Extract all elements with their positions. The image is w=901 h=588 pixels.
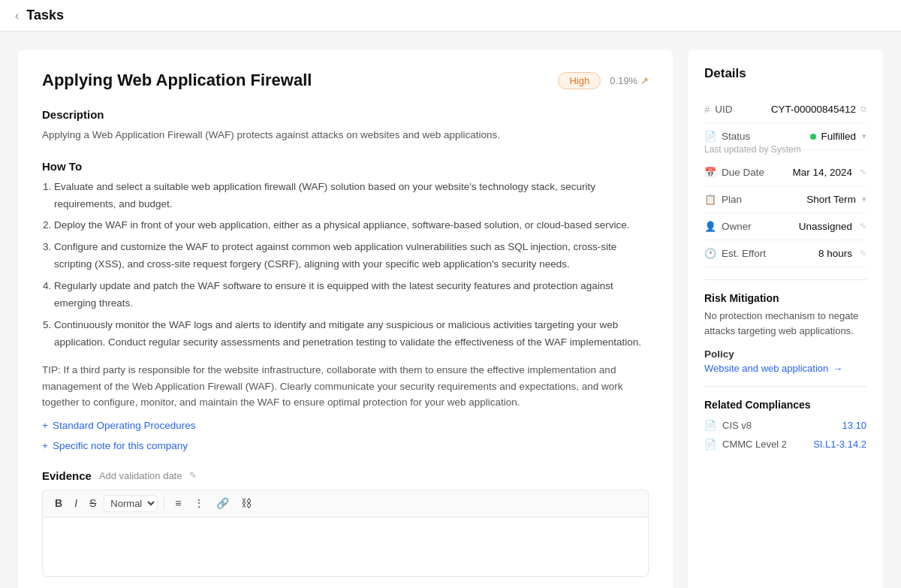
priority-badge: High [558,72,601,89]
compliance-icon: 📄 [704,439,716,450]
due-date-value: Mar 14, 2024 [792,167,852,178]
risk-text: No protection mechanism to negate attack… [704,309,866,338]
main-layout: Applying Web Application Firewall High 0… [0,32,901,588]
details-panel: Details # UID CYT-00000845412 ⧉ 📄 Status… [688,50,883,588]
est-effort-row: 🕐 Est. Effort 8 hours ✎ [704,240,866,267]
due-date-icon: 📅 [704,167,716,178]
related-list: 📄 CIS v8 13.10 📄 CMMC Level 2 SI.L1-3.14… [704,420,866,450]
how-to-list: Evaluate and select a suitable web appli… [54,179,649,351]
evidence-title: Evidence [42,469,92,482]
back-button[interactable]: ‹ [15,9,19,23]
task-meta: High 0.19% ↗ [558,72,649,89]
owner-edit-icon[interactable]: ✎ [860,222,866,231]
est-effort-value: 8 hours [818,248,852,259]
evidence-header: Evidence Add validation date ✎ [42,469,649,482]
details-panel-title: Details [704,66,866,81]
editor: B I S Normal ≡ ⋮ 🔗 ⛓ [42,490,649,577]
risk-section: Risk Mitigation No protection mechanism … [704,292,866,338]
toolbar-ordered-list-button[interactable]: ⋮ [189,495,209,511]
policy-section: Policy Website and web application → [704,348,866,374]
toolbar-italic-button[interactable]: I [70,495,82,511]
uid-icon: # [704,104,710,115]
compliance-icon: 📄 [704,420,716,431]
editor-toolbar: B I S Normal ≡ ⋮ 🔗 ⛓ [42,490,649,517]
plan-row: 📋 Plan Short Term ▾ [704,186,866,213]
how-to-step: Deploy the WAF in front of your web appl… [54,217,649,234]
toolbar-bold-button[interactable]: B [50,495,67,511]
how-to-step: Evaluate and select a suitable web appli… [54,179,649,213]
content-panel: Applying Web Application Firewall High 0… [18,50,673,588]
toolbar-unlink-button[interactable]: ⛓ [237,495,256,511]
description-text: Applying a Web Application Firewall (WAF… [42,127,649,143]
how-to-section: How To Evaluate and select a suitable we… [42,160,649,411]
description-title: Description [42,108,649,121]
editor-body[interactable] [42,517,649,577]
due-date-edit-icon[interactable]: ✎ [860,167,866,177]
description-section: Description Applying a Web Application F… [42,108,649,143]
sop-link[interactable]: + Standard Operating Procedures [42,420,649,431]
related-compliance-row: 📄 CMMC Level 2 SI.L1-3.14.2 [704,439,866,450]
related-compliance-row: 📄 CIS v8 13.10 [704,420,866,431]
plan-value: Short Term [806,194,856,205]
status-value: Fulfilled [821,131,856,142]
section-divider-2 [704,386,866,387]
toolbar-strikethrough-button[interactable]: S [85,495,101,511]
risk-title: Risk Mitigation [704,292,866,304]
tip-text: TIP: If a third party is responsible for… [42,362,649,411]
toolbar-bullet-list-button[interactable]: ≡ [170,495,185,511]
related-title: Related Compliances [704,399,866,411]
compliance-link[interactable]: SI.L1-3.14.2 [813,439,866,450]
task-title: Applying Web Application Firewall [42,71,312,90]
how-to-step: Regularly update and patch the WAF softw… [54,278,649,312]
compliance-name: CMMC Level 2 [722,439,807,450]
plan-chevron-icon[interactable]: ▾ [862,194,866,204]
toolbar-divider [164,496,164,510]
note-link[interactable]: + Specific note for this company [42,440,649,451]
uid-copy-icon[interactable]: ⧉ [860,104,866,114]
trend-value: 0.19% ↗ [610,75,649,86]
evidence-edit-icon[interactable]: ✎ [189,470,197,481]
section-divider-1 [704,279,866,280]
owner-row: 👤 Owner Unassigned ✎ [704,213,866,240]
toolbar-format-select[interactable]: Normal [104,495,158,512]
how-to-title: How To [42,160,649,173]
compliance-link[interactable]: 13.10 [842,420,866,431]
toolbar-link-button[interactable]: 🔗 [212,495,234,511]
uid-value: CYT-00000845412 [771,104,856,115]
est-effort-edit-icon[interactable]: ✎ [860,249,866,258]
due-date-row: 📅 Due Date Mar 14, 2024 ✎ [704,159,866,186]
related-compliances-section: Related Compliances 📄 CIS v8 13.10 📄 CMM… [704,399,866,450]
task-header: Applying Web Application Firewall High 0… [42,71,649,90]
owner-icon: 👤 [704,221,716,232]
evidence-add-date[interactable]: Add validation date [99,470,182,481]
est-effort-icon: 🕐 [704,248,716,259]
plan-icon: 📋 [704,194,716,205]
owner-value: Unassigned [799,221,852,232]
policy-title: Policy [704,348,866,360]
how-to-step: Continuously monitor the WAF logs and al… [54,317,649,351]
policy-link[interactable]: Website and web application → [704,363,866,374]
status-icon: 📄 [704,131,716,142]
uid-row: # UID CYT-00000845412 ⧉ [704,96,866,123]
compliance-name: CIS v8 [722,420,836,431]
status-last-updated: Last updated by System [704,144,866,155]
status-dot [810,134,816,140]
top-bar: ‹ Tasks [0,0,901,32]
trend-arrow-icon: ↗ [640,75,649,86]
how-to-step: Configure and customize the WAF to prote… [54,239,649,273]
page-title: Tasks [26,8,64,23]
status-chevron-icon[interactable]: ▾ [862,131,866,141]
